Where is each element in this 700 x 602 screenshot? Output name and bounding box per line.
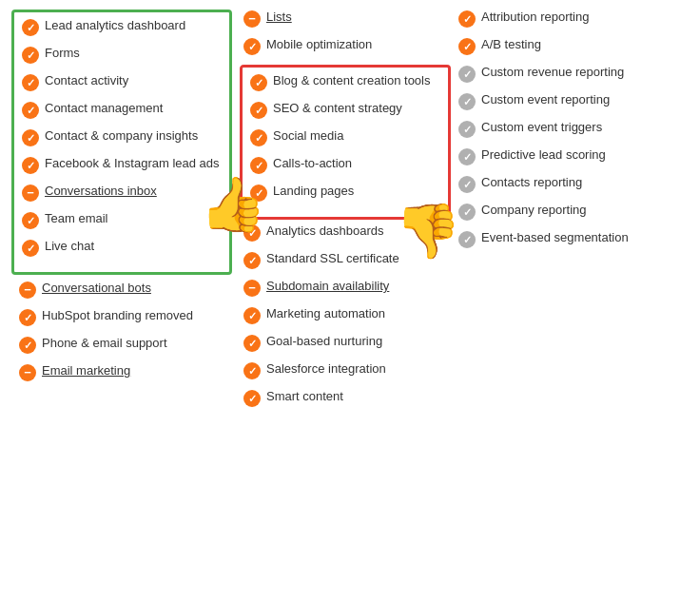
col3-items: Attribution reportingA/B testingCustom r… xyxy=(458,10,656,248)
feature-label: Smart content xyxy=(266,389,343,405)
feature-label: Custom event reporting xyxy=(481,92,610,108)
list-item: Conversations inbox xyxy=(22,184,222,202)
list-item: Contact & company insights xyxy=(22,128,222,146)
list-item: A/B testing xyxy=(458,37,656,55)
list-item: Event-based segmentation xyxy=(458,230,656,248)
feature-label: Team email xyxy=(45,211,107,227)
gray-check-icon xyxy=(458,176,476,193)
feature-label: SEO & content strategy xyxy=(273,101,402,117)
list-item: Social media xyxy=(250,128,440,146)
feature-label: Phone & email support xyxy=(42,336,167,352)
list-item: Attribution reporting xyxy=(458,10,656,28)
list-item: Subdomain availability xyxy=(243,279,447,297)
feature-label: Company reporting xyxy=(481,203,587,219)
list-item: Lead analytics dashboard xyxy=(22,18,222,36)
check-icon xyxy=(243,38,261,55)
gray-check-icon xyxy=(458,121,476,138)
feature-label: Social media xyxy=(273,128,343,145)
list-item: Contact activity xyxy=(22,73,222,91)
list-item: Mobile optimization xyxy=(243,37,447,55)
feature-label: Custom revenue reporting xyxy=(481,65,624,81)
feature-label: Conversations inbox xyxy=(45,184,157,200)
main-content: Lead analytics dashboardFormsContact act… xyxy=(0,0,700,426)
gray-check-icon xyxy=(458,66,476,83)
check-icon xyxy=(458,38,476,55)
check-icon xyxy=(22,157,39,174)
feature-label: Live chat xyxy=(45,239,94,255)
list-item: Forms xyxy=(22,46,222,64)
col2-top-items: ListsMobile optimization xyxy=(240,10,451,55)
check-icon xyxy=(22,240,39,257)
thumbs-up-emoji: 👍 xyxy=(200,173,266,236)
check-icon xyxy=(243,252,261,269)
list-item: Predictive lead scoring xyxy=(458,147,656,165)
check-icon xyxy=(22,47,39,64)
column-3: Attribution reportingA/B testingCustom r… xyxy=(455,10,660,417)
list-item: Lists xyxy=(243,10,447,28)
feature-label: Marketing automation xyxy=(266,306,385,322)
list-item: Custom event triggers xyxy=(458,120,656,138)
feature-label: Lists xyxy=(266,10,292,26)
list-item: Salesforce integration xyxy=(243,361,447,379)
gray-check-icon xyxy=(458,148,476,165)
col1-boxed-items: Lead analytics dashboardFormsContact act… xyxy=(22,18,222,257)
list-item: Calls-to-action xyxy=(250,156,440,174)
list-item: Company reporting xyxy=(458,203,656,221)
check-icon xyxy=(19,309,36,326)
col2-red-box: Blog & content creation toolsSEO & conte… xyxy=(240,65,451,220)
minus-icon xyxy=(243,280,261,297)
feature-label: Conversational bots xyxy=(42,281,151,297)
minus-icon xyxy=(243,10,261,28)
feature-label: Lead analytics dashboard xyxy=(45,18,185,34)
feature-label: Forms xyxy=(45,46,80,62)
feature-label: A/B testing xyxy=(481,37,541,53)
list-item: Custom revenue reporting xyxy=(458,65,656,83)
check-icon xyxy=(243,390,261,407)
feature-label: Landing pages xyxy=(273,184,354,200)
check-icon xyxy=(22,129,39,146)
feature-label: Predictive lead scoring xyxy=(481,147,606,164)
feature-label: Event-based segmentation xyxy=(481,230,629,246)
list-item: Contacts reporting xyxy=(458,175,656,193)
feature-label: Contacts reporting xyxy=(481,175,582,191)
feature-label: Custom event triggers xyxy=(481,120,602,136)
check-icon xyxy=(22,212,39,229)
list-item: Custom event reporting xyxy=(458,92,656,110)
minus-icon xyxy=(19,282,36,299)
feature-label: Salesforce integration xyxy=(266,361,386,378)
minus-icon xyxy=(22,184,39,202)
list-item: Marketing automation xyxy=(243,306,447,324)
list-item: Facebook & Instagram lead ads xyxy=(22,156,222,174)
feature-label: Standard SSL certificate xyxy=(266,251,399,267)
check-icon xyxy=(22,19,39,36)
thumbs-down-emoji: 👎 xyxy=(395,200,461,262)
list-item: Email marketing xyxy=(19,363,224,381)
feature-label: HubSpot branding removed xyxy=(42,308,193,324)
feature-label: Contact management xyxy=(45,101,163,117)
feature-label: Contact activity xyxy=(45,73,128,89)
check-icon xyxy=(250,102,267,119)
list-item: Conversational bots xyxy=(19,281,224,299)
minus-icon xyxy=(19,364,36,381)
check-icon xyxy=(19,337,36,354)
check-icon xyxy=(458,10,476,28)
check-icon xyxy=(243,335,261,352)
gray-check-icon xyxy=(458,93,476,110)
feature-label: Goal-based nurturing xyxy=(266,334,382,350)
feature-label: Facebook & Instagram lead ads xyxy=(45,156,220,172)
check-icon xyxy=(250,74,267,91)
check-icon xyxy=(250,157,267,174)
col2-boxed-items: Blog & content creation toolsSEO & conte… xyxy=(250,73,440,202)
feature-label: Email marketing xyxy=(42,363,130,379)
check-icon xyxy=(22,74,39,91)
check-icon xyxy=(22,102,39,119)
feature-label: Calls-to-action xyxy=(273,156,352,172)
feature-label: Subdomain availability xyxy=(266,279,389,295)
list-item: Contact management xyxy=(22,101,222,119)
check-icon xyxy=(250,129,267,146)
list-item: Goal-based nurturing xyxy=(243,334,447,352)
list-item: Phone & email support xyxy=(19,336,224,354)
list-item: SEO & content strategy xyxy=(250,101,440,119)
feature-label: Analytics dashboards xyxy=(266,223,384,240)
feature-label: Attribution reporting xyxy=(481,10,589,26)
